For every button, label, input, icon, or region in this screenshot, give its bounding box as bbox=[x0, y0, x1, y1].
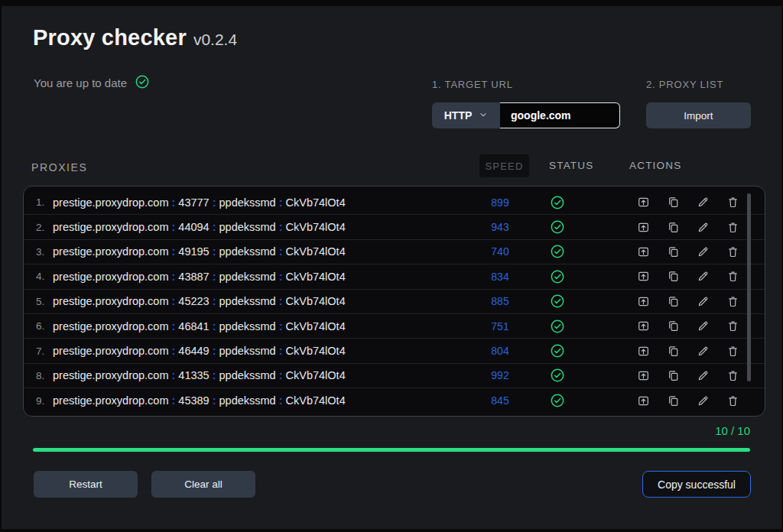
row-actions bbox=[636, 344, 739, 358]
row-index: 5. bbox=[36, 296, 53, 307]
open-proxy-button[interactable] bbox=[636, 368, 650, 382]
delete-proxy-button[interactable] bbox=[726, 196, 739, 209]
proxy-host: prestige.proxydrop.com bbox=[53, 345, 169, 357]
proxy-port: 41335 bbox=[178, 369, 209, 381]
target-url-input[interactable] bbox=[500, 102, 620, 128]
open-proxy-button[interactable] bbox=[636, 270, 650, 284]
row-index: 3. bbox=[36, 246, 53, 258]
open-proxy-button[interactable] bbox=[636, 196, 650, 209]
protocol-dropdown[interactable]: HTTP bbox=[432, 102, 500, 128]
separator: : bbox=[279, 221, 283, 233]
proxy-username: ppdekssmd bbox=[219, 245, 276, 258]
open-proxy-button[interactable] bbox=[636, 294, 650, 308]
clear-all-button[interactable]: Clear all bbox=[151, 471, 255, 498]
proxy-password: CkVb74lOt4 bbox=[286, 196, 346, 209]
delete-proxy-button[interactable] bbox=[726, 368, 739, 382]
open-proxy-button[interactable] bbox=[636, 220, 650, 234]
copy-successful-button[interactable]: Copy successful bbox=[642, 471, 751, 498]
table-row: 4. prestige.proxydrop.com:43887:ppdekssm… bbox=[24, 264, 765, 289]
edit-proxy-button[interactable] bbox=[696, 320, 710, 333]
proxy-password: CkVb74lOt4 bbox=[286, 345, 346, 357]
table-row: 5. prestige.proxydrop.com:45223:ppdekssm… bbox=[24, 290, 765, 314]
separator: : bbox=[279, 271, 283, 283]
open-proxy-button[interactable] bbox=[636, 320, 650, 333]
proxy-password: CkVb74lOt4 bbox=[286, 295, 346, 307]
status-success-icon bbox=[550, 244, 568, 259]
copy-proxy-button[interactable] bbox=[666, 344, 680, 358]
open-proxy-button[interactable] bbox=[636, 344, 650, 358]
proxy-string: prestige.proxydrop.com:49195:ppdekssmd:C… bbox=[53, 245, 346, 258]
proxy-speed: 943 bbox=[469, 221, 531, 233]
row-actions bbox=[636, 220, 739, 234]
separator: : bbox=[172, 320, 176, 332]
status-success-icon bbox=[550, 294, 568, 309]
delete-proxy-button[interactable] bbox=[726, 294, 739, 308]
edit-proxy-button[interactable] bbox=[696, 344, 710, 358]
copy-proxy-button[interactable] bbox=[666, 245, 680, 258]
edit-proxy-button[interactable] bbox=[696, 294, 710, 308]
app-version: v0.2.4 bbox=[193, 31, 237, 48]
row-index: 8. bbox=[36, 370, 53, 381]
proxies-column-header: PROXIES bbox=[31, 161, 87, 174]
proxy-password: CkVb74lOt4 bbox=[286, 394, 346, 407]
row-actions bbox=[636, 196, 739, 209]
separator: : bbox=[279, 295, 283, 307]
proxy-port: 45389 bbox=[178, 394, 209, 407]
row-actions bbox=[636, 245, 739, 258]
proxy-speed: 845 bbox=[469, 394, 531, 407]
proxy-speed: 834 bbox=[469, 271, 531, 283]
proxy-checker-window: Proxy checkerv0.2.4 You are up to date 1… bbox=[2, 6, 781, 529]
proxy-host: prestige.proxydrop.com bbox=[53, 245, 169, 258]
separator: : bbox=[172, 271, 176, 283]
status-column-header: STATUS bbox=[549, 160, 593, 171]
speed-column-header[interactable]: SPEED bbox=[479, 154, 529, 177]
open-proxy-button[interactable] bbox=[636, 245, 650, 258]
delete-proxy-button[interactable] bbox=[726, 245, 739, 258]
proxy-string: prestige.proxydrop.com:41335:ppdekssmd:C… bbox=[53, 369, 346, 381]
import-button[interactable]: Import bbox=[646, 102, 751, 128]
page-title: Proxy checkerv0.2.4 bbox=[33, 25, 237, 50]
copy-proxy-button[interactable] bbox=[666, 294, 680, 308]
edit-proxy-button[interactable] bbox=[696, 196, 710, 209]
proxy-string: prestige.proxydrop.com:46841:ppdekssmd:C… bbox=[53, 320, 346, 332]
scrollbar-thumb[interactable] bbox=[747, 193, 751, 381]
proxy-username: ppdekssmd bbox=[219, 394, 276, 407]
delete-proxy-button[interactable] bbox=[726, 220, 739, 234]
row-index: 2. bbox=[36, 222, 53, 233]
delete-proxy-button[interactable] bbox=[726, 320, 739, 333]
copy-proxy-button[interactable] bbox=[666, 394, 680, 407]
proxy-port: 45223 bbox=[178, 295, 209, 307]
separator: : bbox=[213, 245, 216, 258]
separator: : bbox=[172, 345, 176, 357]
update-status: You are up to date bbox=[34, 74, 150, 92]
copy-proxy-button[interactable] bbox=[666, 220, 680, 234]
open-proxy-button[interactable] bbox=[636, 394, 650, 407]
proxy-password: CkVb74lOt4 bbox=[286, 320, 346, 332]
restart-button[interactable]: Restart bbox=[34, 471, 138, 498]
protocol-value: HTTP bbox=[444, 109, 473, 122]
status-success-icon bbox=[550, 219, 568, 235]
separator: : bbox=[213, 295, 216, 307]
copy-proxy-button[interactable] bbox=[666, 320, 680, 333]
edit-proxy-button[interactable] bbox=[696, 270, 710, 284]
delete-proxy-button[interactable] bbox=[726, 394, 739, 407]
status-success-icon bbox=[550, 393, 568, 408]
proxy-string: prestige.proxydrop.com:45223:ppdekssmd:C… bbox=[53, 295, 346, 307]
delete-proxy-button[interactable] bbox=[726, 270, 739, 284]
chevron-down-icon bbox=[479, 109, 488, 122]
proxy-string: prestige.proxydrop.com:44094:ppdekssmd:C… bbox=[53, 221, 346, 233]
edit-proxy-button[interactable] bbox=[696, 245, 710, 258]
copy-proxy-button[interactable] bbox=[666, 270, 680, 284]
edit-proxy-button[interactable] bbox=[696, 220, 710, 234]
copy-proxy-button[interactable] bbox=[666, 368, 680, 382]
edit-proxy-button[interactable] bbox=[696, 368, 710, 382]
proxy-speed: 899 bbox=[469, 196, 531, 209]
proxy-username: ppdekssmd bbox=[219, 196, 276, 209]
edit-proxy-button[interactable] bbox=[696, 394, 710, 407]
copy-proxy-button[interactable] bbox=[666, 196, 680, 209]
proxy-string: prestige.proxydrop.com:43887:ppdekssmd:C… bbox=[53, 271, 346, 283]
proxy-table: 1. prestige.proxydrop.com:43777:ppdekssm… bbox=[23, 186, 765, 417]
proxy-speed: 751 bbox=[469, 320, 531, 332]
delete-proxy-button[interactable] bbox=[726, 344, 739, 358]
proxy-username: ppdekssmd bbox=[219, 320, 276, 332]
